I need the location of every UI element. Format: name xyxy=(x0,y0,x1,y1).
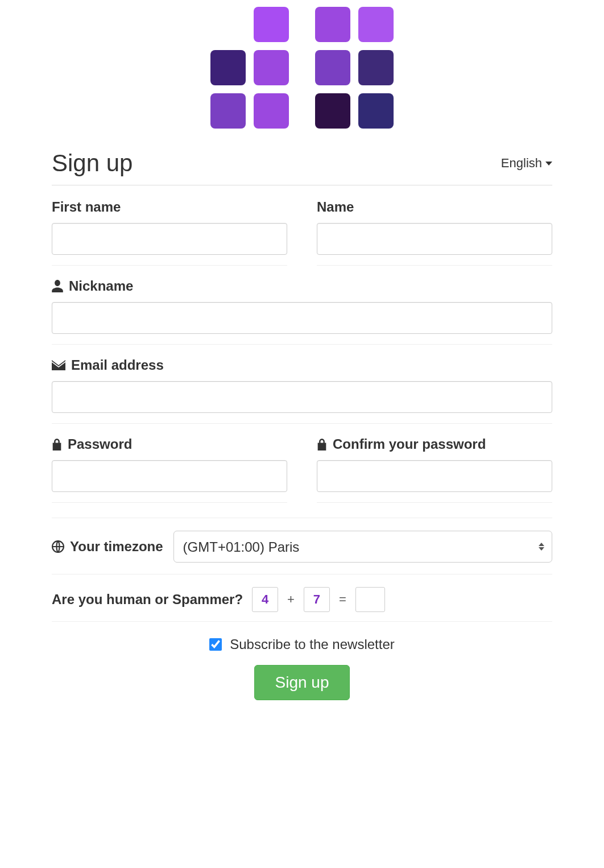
newsletter-label: Subscribe to the newsletter xyxy=(230,636,395,652)
password-label: Password xyxy=(68,436,132,452)
first-name-input[interactable] xyxy=(52,223,287,255)
globe-icon xyxy=(52,540,64,553)
name-label: Name xyxy=(317,199,552,215)
envelope-icon xyxy=(52,360,65,370)
newsletter-checkbox[interactable] xyxy=(209,638,222,651)
nickname-label: Nickname xyxy=(69,278,133,294)
name-input[interactable] xyxy=(317,223,552,255)
language-label: English xyxy=(501,156,542,171)
logo-cell xyxy=(358,50,394,85)
logo-cell xyxy=(358,7,394,42)
divider xyxy=(52,518,552,518)
nickname-input[interactable] xyxy=(52,302,552,334)
timezone-select[interactable]: (GMT+01:00) Paris xyxy=(173,531,552,563)
logo-cell xyxy=(315,93,350,129)
logo-cell xyxy=(254,7,289,42)
signup-button[interactable]: Sign up xyxy=(254,665,350,700)
lock-icon xyxy=(52,438,62,450)
page-title: Sign up xyxy=(52,150,133,177)
captcha-answer-input[interactable] xyxy=(355,587,385,612)
logo-cell xyxy=(210,50,246,85)
logo-cell xyxy=(315,50,350,85)
user-icon xyxy=(52,280,63,292)
logo-cell xyxy=(210,93,246,129)
logo xyxy=(52,0,552,150)
caret-down-icon xyxy=(545,162,552,166)
logo-cell xyxy=(254,93,289,129)
logo-cell xyxy=(358,93,394,129)
email-input[interactable] xyxy=(52,381,552,413)
captcha-plus: + xyxy=(287,592,295,607)
lock-icon xyxy=(317,438,327,450)
logo-cell xyxy=(315,7,350,42)
email-label: Email address xyxy=(71,357,164,373)
captcha-question: Are you human or Spammer? xyxy=(52,592,243,607)
first-name-label: First name xyxy=(52,199,287,215)
captcha-equals: = xyxy=(339,592,346,607)
logo-cell xyxy=(254,50,289,85)
timezone-label: Your timezone xyxy=(70,539,163,555)
captcha-num-a: 4 xyxy=(252,587,278,612)
password-input[interactable] xyxy=(52,460,287,492)
confirm-password-input[interactable] xyxy=(317,460,552,492)
confirm-password-label: Confirm your password xyxy=(333,436,486,452)
captcha-num-b: 7 xyxy=(304,587,330,612)
language-switcher[interactable]: English xyxy=(501,156,552,171)
